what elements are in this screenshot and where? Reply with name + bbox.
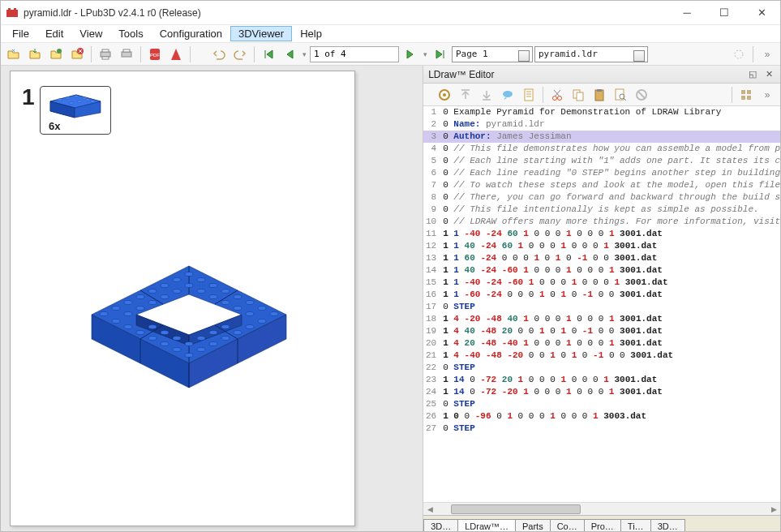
line-code[interactable]: 1 1 -40 -24 60 1 0 0 0 1 0 0 0 1 3001.da…	[441, 228, 780, 240]
editor-line[interactable]: 220 STEP	[423, 362, 780, 374]
first-page-icon[interactable]	[259, 45, 278, 63]
editor-line[interactable]: 191 4 40 -48 20 0 0 1 0 1 0 -1 0 0 3001.…	[423, 325, 780, 337]
code-editor[interactable]: 10 Example Pyramid for Demonstration of …	[423, 106, 780, 502]
close-file-icon[interactable]	[67, 45, 87, 63]
editor-line[interactable]: 50 // Each line starting with "1" adds o…	[423, 155, 780, 167]
menu-tools[interactable]: Tools	[110, 26, 151, 41]
settings-gear-icon[interactable]	[435, 86, 454, 104]
line-code[interactable]: 0 STEP	[441, 398, 780, 410]
undock-icon[interactable]: ◱	[746, 68, 759, 81]
line-code[interactable]: 0 Author: James Jessiman	[441, 131, 780, 143]
file-dropdown[interactable]: pyramid.ldr	[534, 46, 648, 62]
line-code[interactable]: 1 14 0 -72 -20 1 0 0 0 1 0 0 0 1 3001.da…	[441, 386, 780, 398]
editor-line[interactable]: 250 STEP	[423, 398, 780, 410]
editor-line[interactable]: 151 1 -40 -24 -60 1 0 0 0 1 0 0 0 1 3001…	[423, 277, 780, 289]
editor-line[interactable]: 270 STEP	[423, 423, 780, 435]
redo-icon[interactable]	[230, 45, 250, 63]
editor-line[interactable]: 201 4 20 -48 -40 1 0 0 0 1 0 0 0 1 3001.…	[423, 337, 780, 350]
export-pdf-icon[interactable]: PDF	[145, 45, 165, 63]
editor-line[interactable]: 60 // Each line reading "0 STEP" begins …	[423, 167, 780, 179]
editor-line[interactable]: 211 4 -40 -48 -20 0 0 1 0 1 0 -1 0 0 300…	[423, 350, 780, 362]
editor-line[interactable]: 241 14 0 -72 -20 1 0 0 0 1 0 0 0 1 3001.…	[423, 386, 780, 398]
comment-icon[interactable]	[498, 86, 517, 104]
line-code[interactable]: 1 1 40 -24 60 1 0 0 0 1 0 0 0 1 3001.dat	[441, 240, 780, 252]
editor-line[interactable]: 100 // LDRAW offers many more things. Fo…	[423, 216, 780, 228]
tab-3d[interactable]: 3D…	[423, 519, 458, 532]
editor-line[interactable]: 70 // To watch these steps and look at t…	[423, 179, 780, 191]
undo-icon[interactable]	[209, 45, 229, 63]
move-bottom-icon[interactable]	[477, 86, 496, 104]
menu-3dviewer[interactable]: 3DViewer	[230, 26, 292, 41]
tab-timeline[interactable]: Ti…	[620, 519, 651, 532]
editor-line[interactable]: 20 Name: pyramid.ldr	[423, 118, 780, 131]
move-top-icon[interactable]	[456, 86, 475, 104]
document-icon[interactable]	[519, 86, 539, 104]
tab-properties[interactable]: Pro…	[584, 519, 621, 532]
page-dropdown[interactable]: Page 1	[452, 46, 533, 62]
line-code[interactable]: 0 STEP	[441, 362, 780, 374]
line-code[interactable]: 0 // Each line starting with "1" adds on…	[441, 155, 780, 167]
line-code[interactable]: 0 // This file demonstrates how you can …	[441, 143, 780, 155]
print-icon[interactable]	[96, 45, 115, 63]
next-page-icon[interactable]	[401, 45, 420, 63]
save-as-icon[interactable]	[46, 45, 66, 63]
document-panel[interactable]: 1 6x	[1, 66, 423, 532]
cut-icon[interactable]	[547, 86, 567, 104]
close-button[interactable]: ✕	[743, 1, 780, 24]
last-page-icon[interactable]	[431, 45, 450, 63]
copy-icon[interactable]	[569, 86, 588, 104]
line-code[interactable]: 1 0 0 -96 0 1 0 0 0 1 0 0 0 1 3003.dat	[441, 410, 780, 423]
editor-line[interactable]: 141 1 40 -24 -60 1 0 0 0 1 0 0 0 1 3001.…	[423, 264, 780, 277]
find-icon[interactable]	[611, 86, 630, 104]
open-file-icon[interactable]	[4, 45, 24, 63]
line-code[interactable]: 0 // This file intentionally is kept as …	[441, 204, 780, 216]
tab-colors[interactable]: Co…	[550, 519, 585, 532]
line-code[interactable]: 0 // LDRAW offers many more things. For …	[441, 216, 780, 228]
editor-line[interactable]: 261 0 0 -96 0 1 0 0 0 1 0 0 0 1 3003.dat	[423, 410, 780, 423]
line-code[interactable]: 1 1 60 -24 0 0 0 1 0 1 0 -1 0 0 3001.dat	[441, 252, 780, 264]
editor-line[interactable]: 10 Example Pyramid for Demonstration of …	[423, 106, 780, 118]
menu-file[interactable]: File	[4, 26, 37, 41]
line-code[interactable]: 0 STEP	[441, 423, 780, 435]
minimize-button[interactable]: ─	[668, 1, 706, 24]
line-code[interactable]: 1 4 -40 -48 -20 0 0 1 0 1 0 -1 0 0 3001.…	[441, 350, 780, 362]
editor-line[interactable]: 131 1 60 -24 0 0 0 1 0 1 0 -1 0 0 3001.d…	[423, 252, 780, 264]
line-code[interactable]: 0 // There, you can go forward and backw…	[441, 191, 780, 204]
tab-ldraw[interactable]: LDraw™…	[457, 519, 516, 532]
menu-configuration[interactable]: Configuration	[152, 26, 230, 41]
editor-line[interactable]: 231 14 0 -72 20 1 0 0 0 1 0 0 0 1 3001.d…	[423, 374, 780, 386]
editor-line[interactable]: 161 1 -60 -24 0 0 0 1 0 1 0 -1 0 0 3001.…	[423, 289, 780, 301]
line-code[interactable]: 0 STEP	[441, 301, 780, 313]
horizontal-scrollbar[interactable]: ◀▶	[423, 502, 780, 515]
maximize-button[interactable]: ☐	[706, 1, 743, 24]
menu-help[interactable]: Help	[292, 26, 330, 41]
tab-parts[interactable]: Parts	[515, 519, 551, 532]
delete-icon[interactable]	[632, 86, 651, 104]
paste-icon[interactable]	[590, 86, 609, 104]
export-image-icon[interactable]	[166, 45, 186, 63]
line-code[interactable]: 1 4 40 -48 20 0 0 1 0 1 0 -1 0 0 3001.da…	[441, 325, 780, 337]
line-code[interactable]: 0 // To watch these steps and look at th…	[441, 179, 780, 191]
line-code[interactable]: 1 1 -40 -24 -60 1 0 0 0 1 0 0 0 1 3001.d…	[441, 277, 780, 289]
editor-line[interactable]: 121 1 40 -24 60 1 0 0 0 1 0 0 0 1 3001.d…	[423, 240, 780, 252]
editor-line[interactable]: 80 // There, you can go forward and back…	[423, 191, 780, 204]
menu-view[interactable]: View	[71, 26, 110, 41]
cycle-view-icon[interactable]	[729, 45, 749, 63]
line-code[interactable]: 1 1 -60 -24 0 0 0 1 0 1 0 -1 0 0 3001.da…	[441, 289, 780, 301]
save-icon[interactable]	[25, 45, 45, 63]
tab-3d-2[interactable]: 3D…	[650, 519, 685, 532]
menu-edit[interactable]: Edit	[37, 26, 71, 41]
line-code[interactable]: 1 14 0 -72 20 1 0 0 0 1 0 0 0 1 3001.dat	[441, 374, 780, 386]
editor-line[interactable]: 181 4 -20 -48 40 1 0 0 0 1 0 0 0 1 3001.…	[423, 313, 780, 325]
editor-line[interactable]: 40 // This file demonstrates how you can…	[423, 143, 780, 155]
chevron-right-icon[interactable]: »	[757, 86, 777, 104]
line-code[interactable]: 0 Name: pyramid.ldr	[441, 118, 780, 131]
close-panel-icon[interactable]: ✕	[762, 68, 775, 81]
editor-line[interactable]: 30 Author: James Jessiman	[423, 131, 780, 143]
editor-line[interactable]: 170 STEP	[423, 301, 780, 313]
line-code[interactable]: 0 Example Pyramid for Demonstration of L…	[441, 106, 780, 118]
grid-icon[interactable]	[736, 86, 756, 104]
line-code[interactable]: 1 4 -20 -48 40 1 0 0 0 1 0 0 0 1 3001.da…	[441, 313, 780, 325]
page-input[interactable]	[310, 46, 399, 62]
line-code[interactable]: 0 // Each line reading "0 STEP" begins a…	[441, 167, 780, 179]
